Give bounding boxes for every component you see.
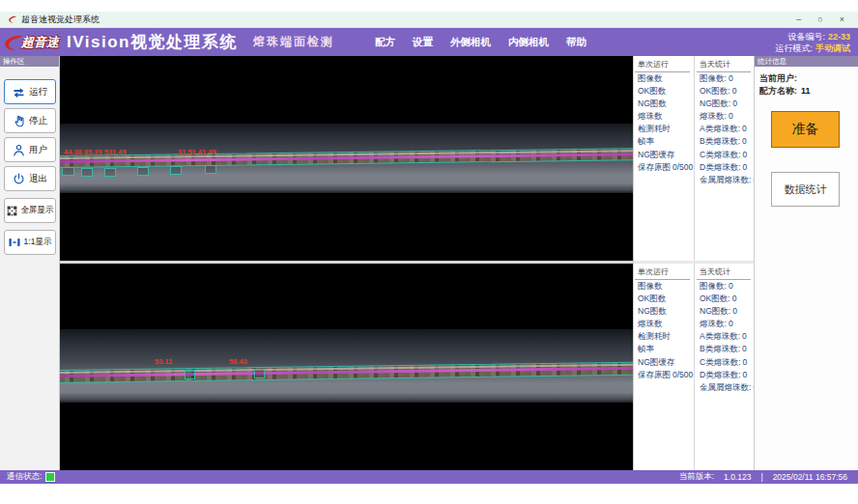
run-button-label: 运行 [29, 86, 47, 98]
today-stats-title: 当天统计 [697, 264, 751, 280]
window-title: 超音速视觉处理系统 [21, 14, 100, 26]
detection-box [104, 168, 116, 177]
fullscreen-button[interactable]: 全屏显示 [4, 198, 56, 223]
today-stats-title: 当天统计 [697, 56, 751, 72]
camera1-measurement-annotation: 31.51 41.49 [178, 148, 216, 156]
close-button[interactable]: × [840, 12, 844, 28]
menu-item-help[interactable]: 帮助 [566, 36, 586, 49]
stat-row: 帧率 [635, 135, 693, 148]
one-to-one-button-label: 1:1显示 [24, 237, 52, 248]
app-logo-icon [8, 14, 17, 24]
menu-item-outer-camera[interactable]: 外侧相机 [450, 36, 491, 49]
run-mode-label: 运行模式: [775, 43, 813, 53]
one-to-one-icon [8, 236, 21, 249]
camera2-measurement-annotation: 53.11 [155, 357, 172, 366]
device-info: 设备编号:22-33 运行模式:手动调试 [775, 31, 858, 54]
stat-row: B类熔珠数:0 [697, 135, 754, 148]
user-icon [12, 143, 26, 157]
detection-box [170, 166, 182, 175]
stat-row: 帧率 [635, 343, 693, 355]
stat-row: NG图数 [635, 305, 693, 318]
exit-button-label: 退出 [29, 173, 47, 185]
stat-row: 图像数:0 [697, 280, 754, 293]
main-menu: 配方 设置 外侧相机 内侧相机 帮助 [375, 36, 586, 49]
detection-box [205, 165, 216, 174]
operation-sidebar: 操作区 运行 停止 用户 退出 [0, 56, 60, 470]
status-separator: | [760, 472, 762, 482]
one-to-one-button[interactable]: 1:1显示 [4, 230, 56, 255]
current-user-label: 当前用户: [759, 73, 797, 83]
minimize-button[interactable]: – [796, 12, 801, 28]
stat-row: 熔珠数 [635, 110, 693, 123]
stat-row: 金属屑熔珠数:0 [697, 174, 754, 186]
detection-box [62, 167, 74, 176]
menu-item-settings[interactable]: 设置 [413, 36, 433, 49]
stat-row: NG图数:0 [697, 305, 754, 318]
stat-row: 图像数 [635, 72, 693, 85]
user-button-label: 用户 [29, 144, 47, 156]
stat-row: OK图数 [635, 85, 693, 98]
run-button[interactable]: 运行 [4, 79, 56, 104]
version-label: 当前版本: [679, 471, 714, 483]
detection-box [81, 168, 93, 177]
maximize-button[interactable]: ○ [817, 12, 822, 28]
single-run-title: 单次运行 [635, 56, 690, 72]
stat-row: A类熔珠数:0 [697, 123, 754, 135]
app-header: 超音速 IVision视觉处理系统 熔珠端面检测 配方 设置 外侧相机 内侧相机… [0, 28, 858, 56]
single-run-column: 单次运行 图像数 OK图数 NG图数 熔珠数 检测耗时 帧率 NG图缓存 保存原… [635, 264, 693, 470]
camera-panel-2: 53.11 56.43 [60, 264, 633, 470]
stat-row: 金属屑熔珠数:0 [697, 381, 754, 394]
comm-status-indicator [45, 472, 55, 482]
stat-row: C类熔珠数:0 [697, 149, 754, 161]
today-stats-column: 当天统计 图像数:0 OK图数:0 NG图数:0 熔珠数:0 A类熔珠数:0 B… [694, 56, 754, 261]
stat-row: 图像数 [635, 280, 693, 293]
stop-button-label: 停止 [29, 115, 47, 127]
fullscreen-grid-icon [6, 205, 18, 217]
detection-box [185, 370, 195, 379]
stop-button[interactable]: 停止 [4, 108, 56, 133]
stat-row: NG图数 [635, 98, 693, 110]
stats-block-camera2: 单次运行 图像数 OK图数 NG图数 熔珠数 检测耗时 帧率 NG图缓存 保存原… [634, 264, 755, 470]
menu-item-recipe[interactable]: 配方 [375, 36, 395, 49]
detection-box [254, 369, 265, 378]
stat-row: NG图缓存 [635, 149, 693, 161]
stat-row: 熔珠数:0 [697, 318, 754, 330]
stat-row: NG图数:0 [697, 98, 754, 110]
title-bar: 超音速视觉处理系统 – ○ × [0, 12, 858, 28]
stop-hand-icon [12, 114, 26, 128]
stat-row: D类熔珠数:0 [697, 369, 754, 381]
stats-block-camera1: 单次运行 图像数 OK图数 NG图数 熔珠数 检测耗时 帧率 NG图缓存 保存原… [634, 56, 755, 261]
single-run-column: 单次运行 图像数 OK图数 NG图数 熔珠数 检测耗时 帧率 NG图缓存 保存原… [635, 56, 693, 261]
data-statistics-button[interactable]: 数据统计 [771, 172, 840, 207]
exit-button[interactable]: 退出 [4, 166, 56, 191]
stat-row: 检测耗时 [635, 330, 693, 343]
camera-panel-1: 44.38 85.39 531.49 31.51 41.49 [60, 56, 633, 261]
app-title: IVision视觉处理系统 [67, 31, 238, 53]
app-subtitle: 熔珠端面检测 [253, 34, 334, 50]
stat-row: D类熔珠数:0 [697, 161, 754, 174]
stat-row: NG图缓存 [635, 356, 693, 369]
camera2-measurement-annotation: 56.43 [229, 357, 247, 366]
camera-viewport: 44.38 85.39 531.49 31.51 41.49 53.11 56.… [60, 56, 633, 470]
sidebar-title: 操作区 [0, 56, 59, 67]
datetime-value: 2025/02/11 16:57:56 [773, 472, 847, 482]
user-button[interactable]: 用户 [4, 137, 56, 162]
comm-status-label: 通信状态: [7, 471, 42, 483]
stat-row: C类熔珠数:0 [697, 356, 754, 369]
prepare-button[interactable]: 准备 [771, 111, 840, 148]
stat-row: 保存原图0/500 [635, 161, 693, 174]
app-window: 超音速视觉处理系统 – ○ × 超音速 IVision视觉处理系统 熔珠端面检测… [0, 0, 858, 504]
menu-item-inner-camera[interactable]: 内侧相机 [508, 36, 549, 49]
stat-row: A类熔珠数:0 [697, 330, 754, 343]
fullscreen-button-label: 全屏显示 [21, 205, 54, 216]
brand-logo: 超音速 [2, 32, 59, 53]
stat-row: 保存原图0/500 [635, 369, 693, 381]
run-cycle-icon [12, 85, 26, 99]
brand-name: 超音速 [21, 34, 59, 51]
run-mode-value: 手动调试 [815, 43, 850, 53]
info-panel-title: 统计信息 [755, 56, 858, 67]
stat-row: 图像数:0 [697, 72, 754, 85]
single-run-title: 单次运行 [635, 264, 690, 280]
recipe-name-value: 11 [801, 86, 811, 96]
status-bar: 通信状态: 当前版本: 1.0.123 | 2025/02/11 16:57:5… [0, 470, 858, 484]
